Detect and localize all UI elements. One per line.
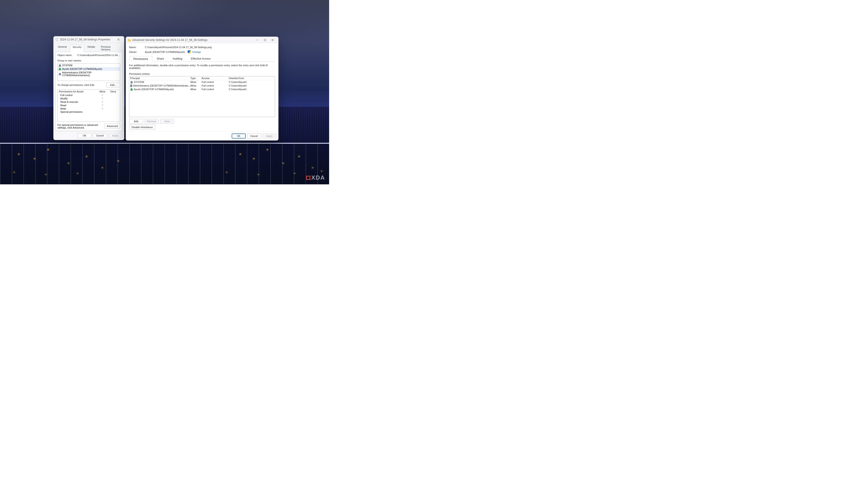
permission-row: Full control✓ <box>58 93 120 97</box>
edit-hint: To change permissions, click Edit. <box>57 84 106 86</box>
allow-check-icon: ✓ <box>97 97 108 100</box>
tab-previous-versions[interactable]: Previous Versions <box>98 44 122 52</box>
permission-row: Write✓ <box>58 107 120 110</box>
tab-share[interactable]: Share <box>152 56 168 61</box>
list-item[interactable]: SYSTEM <box>58 64 120 67</box>
permission-row: Read✓ <box>58 103 120 107</box>
allow-check-icon: ✓ <box>97 94 108 96</box>
permission-entries-grid[interactable]: Principal Type Access Inherited from SYS… <box>129 76 275 117</box>
apply-button[interactable]: Apply <box>108 133 122 138</box>
tab-effective-access[interactable]: Effective Access <box>187 56 215 61</box>
entry-access: Full control <box>202 88 229 91</box>
group-icon <box>130 84 132 87</box>
col-inherited[interactable]: Inherited from <box>229 77 274 79</box>
minimize-icon <box>256 39 258 41</box>
entry-type: Allow <box>190 88 202 91</box>
object-name-label: Object name: <box>57 54 74 57</box>
tab-auditing[interactable]: Auditing <box>168 56 186 61</box>
entry-type: Allow <box>190 84 202 87</box>
user-icon <box>130 88 133 91</box>
maximize-icon <box>264 39 266 41</box>
name-label: Name: <box>129 46 145 48</box>
advanced-title: Advanced Security Settings for 2024-11-0… <box>132 38 208 41</box>
minimize-button[interactable] <box>253 37 261 43</box>
close-button[interactable] <box>269 37 276 43</box>
properties-titlebar[interactable]: 2024-11-04 17_56_08-Settings Properties <box>54 36 124 43</box>
apply-button[interactable]: Apply <box>262 133 276 138</box>
xda-watermark: XDA <box>306 174 325 181</box>
permission-entry-row[interactable]: Administrators (DESKTOP-VJ7M450\Administ… <box>129 84 275 88</box>
info-text: For additional information, double-click… <box>129 64 275 69</box>
svg-rect-0 <box>56 38 58 41</box>
tab-details[interactable]: Details <box>85 44 98 52</box>
ok-button[interactable]: OK <box>78 133 92 138</box>
entry-principal: Administrators (DESKTOP-VJ7M450\Administ… <box>133 84 190 87</box>
permission-row: Special permissions <box>58 110 120 113</box>
cancel-button[interactable]: Cancel <box>247 133 261 138</box>
add-button[interactable]: Add <box>129 119 143 124</box>
advanced-hint: For special permissions or advanced sett… <box>57 124 102 129</box>
permission-name: Read & execute <box>59 101 97 103</box>
group-icon <box>59 72 61 75</box>
col-type[interactable]: Type <box>190 77 202 79</box>
user-icon <box>59 68 61 70</box>
folder-icon <box>128 38 131 41</box>
entry-type: Allow <box>190 80 202 84</box>
properties-title: 2024-11-04 17_56_08-Settings Properties <box>60 38 111 41</box>
permissions-header-allow: Allow <box>97 90 108 93</box>
permission-name: Special permissions <box>59 110 97 113</box>
svg-rect-1 <box>264 39 266 41</box>
ok-button[interactable]: OK <box>232 133 246 138</box>
change-owner-link[interactable]: Change <box>192 51 201 53</box>
group-user-names-label: Group or user names: <box>57 59 120 62</box>
allow-check-icon: ✓ <box>97 104 108 107</box>
properties-dialog: 2024-11-04 17_56_08-Settings Properties … <box>53 36 124 140</box>
remove-button[interactable]: Remove <box>145 119 159 124</box>
group-user-names-list[interactable]: SYSTEMAyush (DESKTOP-VJ7M450\Ayush)Admin… <box>57 63 120 81</box>
advanced-tabs: PermissionsShareAuditingEffective Access <box>129 56 275 62</box>
tab-security[interactable]: Security <box>70 45 84 52</box>
xda-logo-icon <box>306 176 310 180</box>
permission-entries-label: Permission entries: <box>129 72 275 75</box>
group-icon <box>59 64 61 67</box>
close-button[interactable] <box>115 36 122 42</box>
close-icon <box>117 38 120 41</box>
entry-principal: Ayush (DESKTOP-VJ7M450\Ayush) <box>134 88 174 91</box>
entry-inherited: C:\Users\Ayush\ <box>229 84 274 87</box>
permissions-table: Permissions for Ayush Allow Deny Full co… <box>57 90 120 122</box>
principal-name: Administrators (DESKTOP-VJ7M450\Administ… <box>62 71 119 76</box>
uac-shield-icon <box>188 51 191 54</box>
col-access[interactable]: Access <box>202 77 229 79</box>
owner-label: Owner: <box>129 51 145 53</box>
object-name-value: C:\Users\Ayush\Pictures\2024-11-04 17_56… <box>77 54 120 57</box>
cancel-button[interactable]: Cancel <box>93 133 107 138</box>
permission-name: Read <box>59 104 97 107</box>
principal-name: SYSTEM <box>62 64 72 67</box>
file-icon <box>55 38 59 41</box>
permission-entry-row[interactable]: SYSTEMAllowFull controlC:\Users\Ayush\ <box>129 80 275 84</box>
tab-general[interactable]: General <box>55 44 69 52</box>
list-item[interactable]: Ayush (DESKTOP-VJ7M450\Ayush) <box>58 67 120 71</box>
close-icon <box>272 39 274 41</box>
maximize-button[interactable] <box>261 37 269 43</box>
permissions-header-title: Permissions for Ayush <box>59 90 97 93</box>
permission-entry-row[interactable]: Ayush (DESKTOP-VJ7M450\Ayush)AllowFull c… <box>129 88 275 91</box>
edit-button[interactable]: Edit... <box>106 83 120 88</box>
permission-name: Full control <box>59 94 97 96</box>
group-icon <box>130 80 133 84</box>
permission-name: Modify <box>59 97 97 100</box>
disable-inheritance-button[interactable]: Disable inheritance <box>129 125 155 130</box>
advanced-button[interactable]: Advanced <box>104 124 120 129</box>
tab-permissions[interactable]: Permissions <box>129 56 152 62</box>
entry-inherited: C:\Users\Ayush\ <box>229 88 274 91</box>
permission-row: Modify✓ <box>58 97 120 100</box>
entry-access: Full control <box>202 84 229 87</box>
col-principal[interactable]: Principal <box>130 77 190 79</box>
entry-inherited: C:\Users\Ayush\ <box>229 80 274 84</box>
advanced-titlebar[interactable]: Advanced Security Settings for 2024-11-0… <box>126 37 278 43</box>
name-value: C:\Users\Ayush\Pictures\2024-11-04 17_56… <box>145 46 275 48</box>
view-button[interactable]: View <box>160 119 174 124</box>
owner-value: Ayush (DESKTOP-VJ7M450\Ayush) <box>145 51 185 53</box>
permission-name: Write <box>59 107 97 110</box>
list-item[interactable]: Administrators (DESKTOP-VJ7M450\Administ… <box>58 71 120 77</box>
